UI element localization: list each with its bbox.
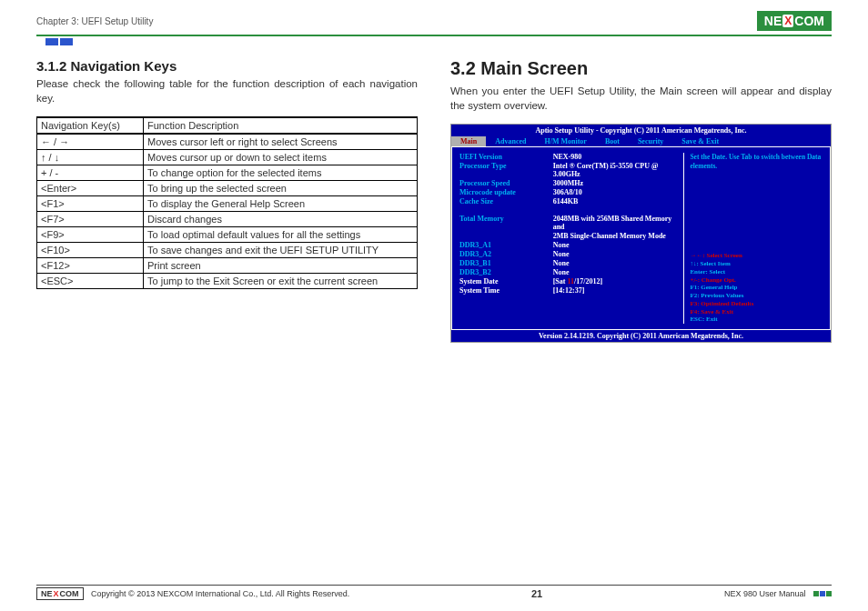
bios-key-legend: →←: Select Screen↑↓: Select ItemEnter: S… <box>690 252 823 324</box>
nav-desc-cell: To bring up the selected screen <box>144 181 418 196</box>
bios-tab-security[interactable]: Security <box>629 136 672 146</box>
page-footer: NEXCOM Copyright © 2013 NEXCOM Internati… <box>36 585 832 600</box>
bios-tab-save-exit[interactable]: Save & Exit <box>672 136 728 146</box>
bios-help-text: Set the Date. Use Tab to switch between … <box>690 153 823 171</box>
bios-legend-item: F1: General Help <box>690 284 823 292</box>
bios-field-value: 2MB Single-Channel Memory Mode <box>553 232 684 240</box>
bios-field-label: UEFI Version <box>459 153 553 161</box>
nav-key-cell: <F12> <box>37 258 144 274</box>
copyright-text: Copyright © 2013 NEXCOM International Co… <box>91 589 349 598</box>
bios-row: Total Memory2048MB with 256MB Shared Mem… <box>459 215 683 231</box>
bios-field-label: Processor Speed <box>459 179 553 187</box>
bios-field-label: Total Memory <box>459 215 553 231</box>
bios-title: Aptio Setup Utility - Copyright (C) 2011… <box>451 125 831 136</box>
bios-field-label: Microcode update <box>459 188 553 196</box>
table-row: + / -To change option for the selected i… <box>37 165 418 181</box>
bios-legend-item: F4: Save & Exit <box>690 308 823 316</box>
bios-help-panel: Set the Date. Use Tab to switch between … <box>683 153 823 324</box>
th-key: Navigation Key(s) <box>37 117 144 134</box>
nav-desc-cell: To change option for the selected items <box>144 165 418 181</box>
bios-legend-item: Enter: Select <box>690 268 823 276</box>
bios-main-panel: UEFI VersionNEX-980Processor TypeIntel ®… <box>459 153 683 324</box>
navigation-keys-table: Navigation Key(s) Function Description ←… <box>36 116 418 289</box>
decorative-blocks <box>813 591 832 596</box>
nav-key-cell: <F9> <box>37 227 144 243</box>
bios-row: DDR3_A1None <box>459 241 683 249</box>
table-row: <ESC>To jump to the Exit Screen or exit … <box>37 274 418 289</box>
bios-field-label: Cache Size <box>459 197 553 205</box>
bios-row: UEFI VersionNEX-980 <box>459 153 683 161</box>
bios-field-label: System Date <box>459 277 553 285</box>
nav-key-cell: <ESC> <box>37 274 144 289</box>
nav-keys-intro: Please check the following table for the… <box>36 77 418 105</box>
table-row: <F10>To save changes and exit the UEFI S… <box>37 243 418 258</box>
nav-key-cell: + / - <box>37 165 144 181</box>
nav-key-cell: <Enter> <box>37 181 144 196</box>
right-column: 3.2 Main Screen When you enter the UEFI … <box>450 58 832 343</box>
bios-field-value: 306A8/10 <box>553 188 684 196</box>
bios-legend-item: F3: Optimized Defaults <box>690 300 823 308</box>
bios-field-value: None <box>553 250 684 258</box>
table-row: <F7>Discard changes <box>37 212 418 227</box>
bios-row: Processor Speed3000MHz <box>459 179 683 187</box>
bios-row: Microcode update306A8/10 <box>459 188 683 196</box>
bios-row: DDR3_B1None <box>459 259 683 267</box>
bios-legend-item: ESC: Exit <box>690 316 823 324</box>
bios-tab-boot[interactable]: Boot <box>596 136 629 146</box>
footer-right: NEX 980 User Manual <box>724 589 832 598</box>
page-number: 21 <box>531 588 542 599</box>
bios-field-value: 3000MHz <box>553 179 684 187</box>
nav-desc-cell: Print screen <box>144 258 418 274</box>
chapter-title: Chapter 3: UEFI Setup Utility <box>36 16 153 26</box>
bios-field-label: System Time <box>459 286 553 295</box>
nav-desc-cell: Moves cursor up or down to select items <box>144 150 418 165</box>
bios-row: System Time[14:12:37] <box>459 286 683 295</box>
bios-tab-bar: MainAdvancedH/M MonitorBootSecuritySave … <box>451 136 831 147</box>
header-rule <box>36 35 832 36</box>
bios-tab-advanced[interactable]: Advanced <box>486 136 535 146</box>
bios-legend-item: +/-: Change Opt. <box>690 276 823 285</box>
nav-desc-cell: Moves cursor left or right to select Scr… <box>144 134 418 150</box>
bios-field-label: DDR3_A1 <box>459 241 553 249</box>
bios-field-value: 6144KB <box>553 197 684 205</box>
bios-field-label <box>459 232 553 240</box>
bios-row: DDR3_B2None <box>459 268 683 276</box>
nav-key-cell: ← / → <box>37 134 144 150</box>
bios-row: Cache Size6144KB <box>459 197 683 205</box>
nav-desc-cell: To save changes and exit the UEFI SETUP … <box>144 243 418 258</box>
bios-field-value: None <box>553 268 684 276</box>
nav-key-cell: <F1> <box>37 196 144 212</box>
bios-footer: Version 2.14.1219. Copyright (C) 2011 Am… <box>451 329 831 342</box>
bios-row: DDR3_A2None <box>459 250 683 258</box>
nav-desc-cell: To display the General Help Screen <box>144 196 418 212</box>
bios-field-label: DDR3_A2 <box>459 250 553 258</box>
bios-row: System Date[Sat 11/17/2012] <box>459 277 683 285</box>
bios-field-value: None <box>553 241 684 249</box>
nav-key-cell: <F7> <box>37 212 144 227</box>
table-row: <Enter>To bring up the selected screen <box>37 181 418 196</box>
bios-field-value: NEX-980 <box>553 153 684 161</box>
bios-field-value: [14:12:37] <box>553 286 684 295</box>
bios-row: 2MB Single-Channel Memory Mode <box>459 232 683 240</box>
main-screen-intro: When you enter the UEFI Setup Utility, t… <box>450 85 832 113</box>
th-desc: Function Description <box>144 117 418 134</box>
bios-field-value: None <box>553 259 684 267</box>
table-row: <F12>Print screen <box>37 258 418 274</box>
bios-field-value: [Sat 11/17/2012] <box>553 277 684 285</box>
table-row: <F1>To display the General Help Screen <box>37 196 418 212</box>
section-heading-nav-keys: 3.1.2 Navigation Keys <box>36 58 418 74</box>
footer-left: NEXCOM Copyright © 2013 NEXCOM Internati… <box>36 587 349 600</box>
bios-tab-h-m-monitor[interactable]: H/M Monitor <box>535 136 595 146</box>
nexcom-logo: NEXCOM <box>757 11 832 31</box>
bios-field-value: Intel ® Core(TM) i5-3550 CPU @ 3.00GHz <box>553 162 684 178</box>
bios-field-label: DDR3_B2 <box>459 268 553 276</box>
table-row: ↑ / ↓Moves cursor up or down to select i… <box>37 150 418 165</box>
bios-legend-item: F2: Previous Values <box>690 292 823 300</box>
table-row: <F9>To load optimal default values for a… <box>37 227 418 243</box>
section-heading-main-screen: 3.2 Main Screen <box>450 58 832 79</box>
table-row: ← / →Moves cursor left or right to selec… <box>37 134 418 150</box>
bios-legend-item: ↑↓: Select Item <box>690 260 823 268</box>
left-column: 3.1.2 Navigation Keys Please check the f… <box>36 58 418 343</box>
nav-key-cell: <F10> <box>37 243 144 258</box>
bios-tab-main[interactable]: Main <box>451 136 486 146</box>
